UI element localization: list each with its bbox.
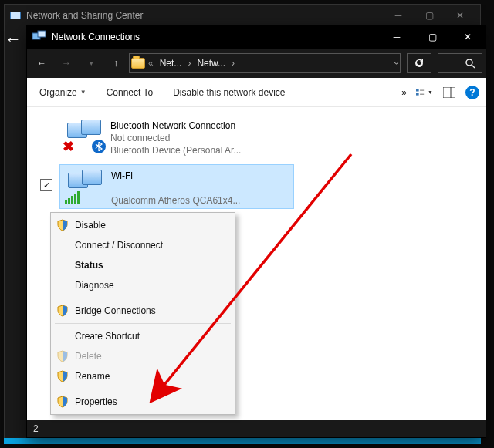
accent-bar	[4, 438, 481, 444]
organize-label: Organize	[39, 87, 77, 98]
adapter-name: Wi-Fi	[111, 170, 240, 182]
help-button[interactable]: ?	[465, 86, 479, 99]
view-icon	[416, 87, 426, 98]
status-bar: 2	[27, 420, 486, 437]
address-dropdown-icon[interactable]: ›	[391, 62, 402, 65]
item-count: 2	[33, 423, 39, 434]
nav-back-icon: ←	[5, 29, 22, 49]
chevron-right-icon: ›	[188, 58, 191, 69]
caret-down-icon: ▼	[80, 89, 86, 96]
shield-icon	[56, 350, 69, 362]
adapter-name: Bluetooth Network Connection	[110, 120, 241, 132]
network-adapter-icon: ✖	[67, 120, 104, 152]
window-icon	[32, 29, 47, 45]
signal-bars-icon	[65, 191, 80, 204]
menu-label: Properties	[75, 396, 117, 407]
parent-minimize-button[interactable]: ─	[383, 5, 414, 26]
connect-to-button[interactable]: Connect To	[100, 84, 160, 101]
menu-item-bridge[interactable]: Bridge Connections	[53, 301, 232, 321]
toolbar-overflow-button[interactable]: »	[400, 84, 408, 101]
svg-point-4	[466, 59, 472, 66]
bluetooth-badge-icon	[92, 140, 106, 153]
preview-pane-icon	[443, 87, 455, 98]
search-icon	[465, 59, 475, 69]
adapter-list[interactable]: ✖ Bluetooth Network Connection Not conne…	[27, 107, 486, 420]
menu-item-status[interactable]: Status	[53, 255, 232, 275]
menu-item-properties[interactable]: Properties	[53, 392, 232, 412]
menu-label: Create Shortcut	[75, 331, 140, 342]
minimize-button[interactable]: ─	[379, 25, 414, 49]
menu-separator	[55, 389, 231, 389]
folder-icon	[131, 58, 145, 69]
disable-device-button[interactable]: Disable this network device	[167, 84, 291, 101]
close-button[interactable]: ✕	[450, 25, 486, 49]
menu-label: Diagnose	[75, 280, 114, 291]
organize-button[interactable]: Organize ▼	[33, 84, 93, 101]
menu-label: Delete	[75, 351, 102, 362]
menu-label: Status	[75, 260, 103, 271]
refresh-button[interactable]	[407, 53, 431, 73]
adapter-item-bluetooth[interactable]: ✖ Bluetooth Network Connection Not conne…	[63, 116, 245, 160]
svg-rect-1	[11, 12, 20, 19]
menu-label: Connect / Disconnect	[75, 240, 163, 251]
maximize-button[interactable]: ▢	[414, 25, 450, 49]
caret-down-icon: ▼	[428, 89, 433, 95]
adapter-status: Not connected	[110, 132, 241, 144]
menu-label: Disable	[75, 220, 106, 231]
adapter-device: Qualcomm Atheros QCA61x4...	[111, 194, 240, 207]
menu-item-create-shortcut[interactable]: Create Shortcut	[53, 326, 232, 346]
breadcrumb-prefix: «	[148, 58, 154, 69]
parent-titlebar: Network and Sharing Center ─ ▢ ✕	[5, 5, 480, 26]
menu-item-disable[interactable]: Disable	[53, 215, 232, 235]
titlebar[interactable]: Network Connections ─ ▢ ✕	[27, 25, 486, 49]
up-button[interactable]: ↑	[104, 52, 127, 75]
network-connections-window: Network Connections ─ ▢ ✕ ← → ▾ ↑ « Net.…	[26, 25, 486, 438]
back-button[interactable]: ←	[30, 52, 53, 75]
menu-item-connect-disconnect[interactable]: Connect / Disconnect	[53, 235, 232, 255]
navigation-bar: ← → ▾ ↑ « Net... › Netw... › ›	[27, 49, 486, 78]
connect-to-label: Connect To	[107, 87, 154, 98]
shield-icon	[56, 370, 69, 382]
network-adapter-icon	[68, 170, 105, 202]
adapter-device: Bluetooth Device (Personal Ar...	[110, 144, 241, 157]
svg-rect-7	[416, 93, 419, 95]
forward-button[interactable]: →	[55, 52, 78, 75]
menu-item-delete: Delete	[53, 346, 232, 366]
breadcrumb-2[interactable]: Netw...	[194, 58, 228, 69]
refresh-icon	[414, 58, 425, 69]
history-dropdown[interactable]: ▾	[80, 52, 103, 75]
svg-rect-10	[443, 87, 455, 98]
disconnected-x-icon: ✖	[63, 138, 74, 155]
parent-close-button[interactable]: ✕	[445, 5, 475, 26]
svg-line-5	[472, 65, 475, 68]
search-box[interactable]	[438, 53, 482, 73]
view-options-button[interactable]: ▼	[416, 84, 433, 101]
disable-device-label: Disable this network device	[173, 87, 285, 98]
chevron-right-icon: ›	[232, 58, 235, 69]
context-menu: Disable Connect / Disconnect Status Diag…	[50, 212, 235, 415]
control-panel-icon	[9, 9, 22, 22]
menu-item-rename[interactable]: Rename	[53, 366, 232, 386]
menu-item-diagnose[interactable]: Diagnose	[53, 275, 232, 295]
menu-label: Rename	[75, 371, 110, 382]
svg-rect-3	[38, 31, 46, 37]
breadcrumb-1[interactable]: Net...	[157, 58, 185, 69]
command-toolbar: Organize ▼ Connect To Disable this netwo…	[27, 78, 486, 107]
parent-title: Network and Sharing Center	[26, 10, 383, 21]
adapter-ssid-hidden	[111, 182, 240, 194]
preview-pane-button[interactable]	[441, 84, 458, 101]
menu-separator	[55, 323, 231, 324]
shield-icon	[56, 305, 69, 317]
menu-label: Bridge Connections	[75, 305, 156, 316]
shield-icon	[56, 219, 69, 231]
address-bar[interactable]: « Net... › Netw... › ›	[129, 53, 401, 73]
menu-separator	[55, 298, 231, 298]
parent-maximize-button[interactable]: ▢	[414, 5, 445, 26]
window-title: Network Connections	[52, 32, 140, 42]
shield-icon	[56, 396, 69, 408]
svg-rect-6	[416, 89, 419, 91]
adapter-checkbox[interactable]: ✓	[40, 179, 52, 191]
adapter-item-wifi-selected[interactable]: ✓ Wi-Fi Qualcomm Atheros QCA61x4...	[59, 164, 294, 209]
